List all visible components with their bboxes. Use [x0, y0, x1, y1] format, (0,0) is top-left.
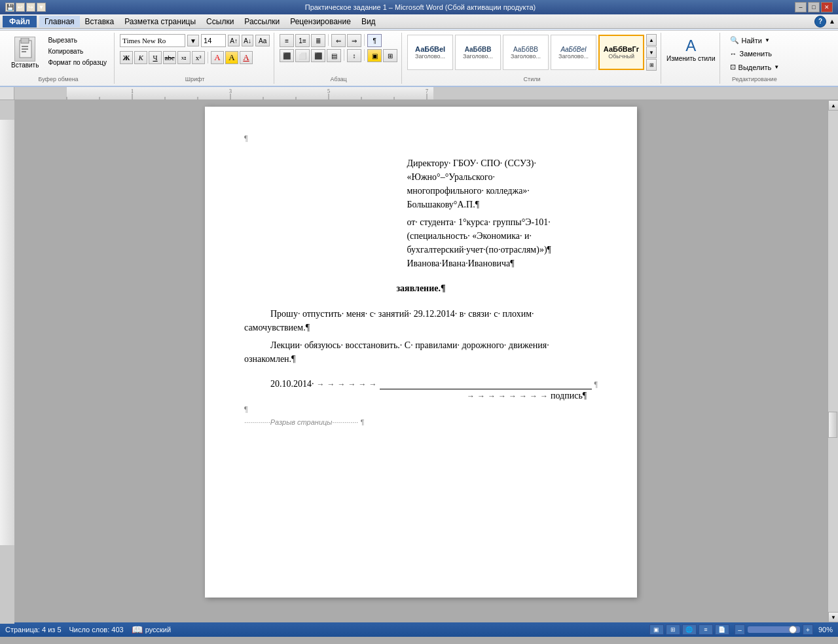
numbered-list-button[interactable]: 1≡ — [295, 34, 310, 47]
menu-file[interactable]: Файл — [3, 16, 37, 27]
text-effects-button[interactable]: A — [211, 51, 224, 64]
decrease-indent-button[interactable]: ⇐ — [331, 34, 346, 47]
ruler-corner — [0, 87, 14, 100]
view-fullscreen[interactable]: ⊞ — [666, 624, 680, 635]
bold-button[interactable]: Ж — [120, 51, 133, 64]
superscript-button[interactable]: x² — [192, 51, 205, 64]
format-copy-button[interactable]: Формат по образцу — [45, 58, 110, 67]
view-outline[interactable]: ≡ — [699, 624, 713, 635]
menu-home[interactable]: Главная — [39, 16, 80, 27]
minimize-button[interactable]: – — [795, 2, 807, 12]
restore-button[interactable]: □ — [808, 2, 820, 12]
strikethrough-button[interactable]: abc — [163, 51, 176, 64]
view-draft[interactable]: 📄 — [715, 624, 729, 635]
style-normal[interactable]: АаБбВвГг Обычный — [598, 35, 644, 70]
zoom-out-button[interactable]: – — [735, 624, 745, 635]
font-color-button[interactable]: А — [240, 51, 253, 64]
scroll-down-button[interactable]: ▼ — [828, 612, 838, 622]
multilevel-list-button[interactable]: ≣ — [311, 34, 325, 47]
menu-insert[interactable]: Вставка — [80, 16, 120, 27]
ribbon-toggle[interactable]: ▲ — [829, 18, 835, 25]
select-button[interactable]: ⊡ Выделить ▼ — [725, 61, 784, 73]
styles-scroll-down[interactable]: ▼ — [646, 46, 657, 58]
style-heading3[interactable]: АаБбВВ Заголово... — [503, 35, 549, 70]
svg-rect-1 — [21, 38, 29, 43]
help-button[interactable]: ? — [814, 16, 826, 27]
line-spacing-button[interactable]: ↕ — [347, 49, 361, 62]
quick-access-redo[interactable]: ↪ — [26, 3, 35, 12]
select-icon: ⊡ — [730, 63, 736, 71]
style-heading2[interactable]: АаБбВВ Заголово... — [455, 35, 501, 70]
menu-view[interactable]: Вид — [356, 16, 381, 27]
styles-more[interactable]: ⊞ — [646, 59, 657, 71]
underline-button[interactable]: Ч — [149, 51, 162, 64]
paste-button[interactable]: Вставить — [7, 34, 43, 71]
subscript-button[interactable]: x₂ — [177, 51, 191, 64]
close-button[interactable]: ✕ — [821, 2, 833, 12]
bullet-list-button[interactable]: ≡ — [280, 34, 294, 47]
menu-page-layout[interactable]: Разметка страницы — [119, 16, 201, 27]
svg-text:5: 5 — [327, 88, 330, 94]
view-print-layout[interactable]: ▣ — [649, 624, 664, 635]
svg-rect-7 — [433, 87, 838, 100]
font-size-increase[interactable]: A↑ — [228, 35, 240, 46]
quick-access-more[interactable]: ▼ — [37, 3, 46, 12]
svg-text:3: 3 — [229, 88, 232, 94]
increase-indent-button[interactable]: ⇒ — [347, 34, 361, 47]
style-h2-label: Заголово... — [463, 53, 493, 60]
font-name-input[interactable] — [120, 34, 185, 47]
arrow1: → — [317, 380, 325, 389]
body-paragraph-2: Лекции· обязуюсь· восстановить.· С· прав… — [244, 338, 598, 366]
borders-button[interactable]: ⊞ — [383, 49, 397, 62]
styles-scroll-up[interactable]: ▲ — [646, 34, 657, 46]
font-name-dropdown[interactable]: ▼ — [187, 35, 199, 46]
zoom-in-button[interactable]: + — [803, 624, 813, 635]
menu-review[interactable]: Рецензирование — [285, 16, 356, 27]
font-size-decrease[interactable]: A↓ — [242, 35, 253, 46]
style-h4-label: Заголово... — [558, 53, 589, 60]
signature-label: подпись¶ — [551, 391, 587, 401]
style-h3-label: Заголово... — [511, 53, 541, 60]
style-h4-preview: АаБбВеI — [560, 46, 586, 53]
arrow2: → — [327, 380, 335, 389]
language-area[interactable]: 📖 русский — [132, 624, 171, 635]
shading-button[interactable]: ▣ — [367, 49, 382, 62]
zoom-slider[interactable] — [748, 626, 800, 633]
align-justify-button[interactable]: ▤ — [327, 49, 341, 62]
align-left-button[interactable]: ⬛ — [280, 49, 294, 62]
language-label: русский — [145, 626, 171, 634]
menu-mailings[interactable]: Рассылки — [239, 16, 285, 27]
copy-button[interactable]: Копировать — [45, 46, 110, 56]
paste-label: Вставить — [11, 62, 39, 69]
scroll-thumb[interactable] — [828, 412, 837, 438]
quick-access-save[interactable]: 💾 — [5, 3, 14, 12]
replace-button[interactable]: ↔ Заменить — [725, 48, 784, 60]
find-button[interactable]: 🔍 Найти ▼ — [725, 34, 784, 46]
style-heading1[interactable]: АаБбВеI Заголово... — [407, 35, 453, 70]
italic-button[interactable]: К — [134, 51, 147, 64]
clear-formatting[interactable]: Аа — [255, 35, 270, 46]
date-text: 20.10.2014· — [270, 379, 314, 389]
change-styles-button[interactable]: Изменить стили — [666, 55, 715, 62]
sig-pilcrow: ¶ — [594, 380, 598, 389]
document-area: ¶ Директору· ГБОУ· СПО· (ССУЗ)· «Южно°–°… — [14, 100, 828, 622]
style-normal-preview: АаБбВвГг — [604, 45, 639, 53]
font-size-input[interactable] — [201, 34, 226, 47]
address-line1: Директору· ГБОУ· СПО· (ССУЗ)· — [407, 156, 598, 170]
menu-references[interactable]: Ссылки — [201, 16, 239, 27]
scroll-track[interactable] — [828, 111, 838, 612]
align-right-button[interactable]: ⬛ — [311, 49, 325, 62]
style-heading4[interactable]: АаБбВеI Заголово... — [551, 35, 596, 70]
cut-button[interactable]: Вырезать — [45, 35, 110, 45]
show-marks-button[interactable]: ¶ — [367, 34, 382, 47]
quick-access-undo[interactable]: ↩ — [16, 3, 25, 12]
view-web[interactable]: 🌐 — [682, 624, 697, 635]
text-highlight-button[interactable]: A — [225, 51, 238, 64]
scroll-up-button[interactable]: ▲ — [828, 100, 838, 111]
signature-area: 20.10.2014· → → → → → → ¶ — [270, 379, 598, 389]
address-line6: (специальность· «Экономика· и· — [407, 229, 598, 243]
styles-group-label: Стили — [403, 76, 661, 82]
align-center-button[interactable]: ⬜ — [295, 49, 310, 62]
replace-label: Заменить — [740, 50, 772, 58]
spell-check-icon: 📖 — [132, 624, 143, 635]
